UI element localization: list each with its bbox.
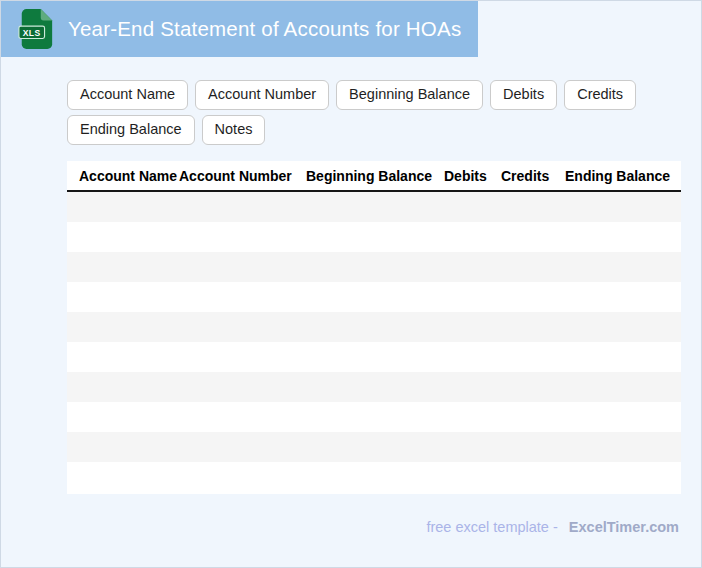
xls-file-icon: XLS [17,8,55,50]
chip-notes[interactable]: Notes [202,115,266,145]
page: { "header": { "title": "Year-End Stateme… [0,0,702,568]
footer: free excel template - ExcelTimer.com [426,519,679,535]
chip-ending-balance[interactable]: Ending Balance [67,115,195,145]
chip-account-number[interactable]: Account Number [195,80,329,110]
table-row [67,192,681,222]
table-row [67,402,681,432]
column-header-account-name: Account Name [67,168,179,184]
table-row [67,372,681,402]
table-row [67,462,681,492]
svg-text:XLS: XLS [23,28,41,38]
chip-beginning-balance[interactable]: Beginning Balance [336,80,483,110]
column-header-account-number: Account Number [179,168,306,184]
spreadsheet-preview: Account Name Account Number Beginning Ba… [67,161,681,494]
footer-tagline: free excel template - [426,519,557,535]
column-header-credits: Credits [501,168,565,184]
page-title: Year-End Statement of Accounts for HOAs [68,17,461,41]
column-header-beginning-balance: Beginning Balance [306,168,444,184]
table-row [67,252,681,282]
chip-debits[interactable]: Debits [490,80,557,110]
chip-credits[interactable]: Credits [564,80,636,110]
footer-brand-link[interactable]: ExcelTimer.com [569,519,679,535]
table-row [67,312,681,342]
table-row [67,342,681,372]
table-row [67,282,681,312]
chip-account-name[interactable]: Account Name [67,80,188,110]
title-banner: XLS Year-End Statement of Accounts for H… [1,1,478,57]
column-header-ending-balance: Ending Balance [565,168,681,184]
table-header-row: Account Name Account Number Beginning Ba… [67,161,681,192]
field-chip-list: Account Name Account Number Beginning Ba… [67,80,687,145]
table-row [67,222,681,252]
column-header-debits: Debits [444,168,501,184]
table-body [67,192,681,492]
table-row [67,432,681,462]
